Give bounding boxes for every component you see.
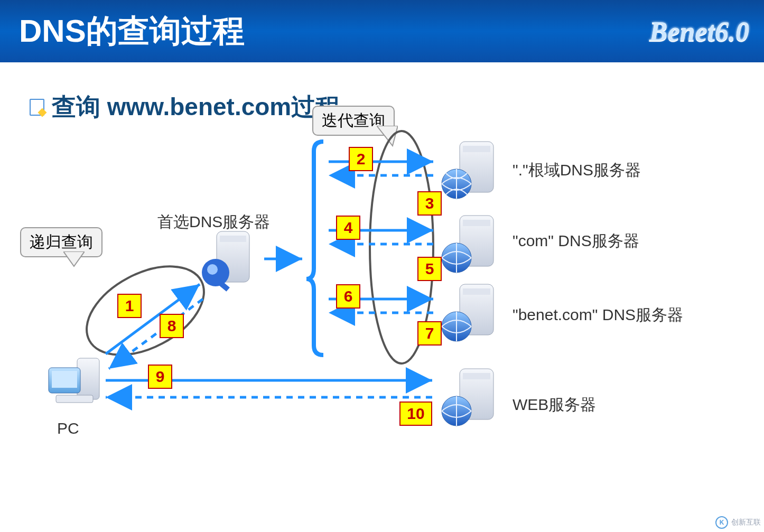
step-9: 9 <box>148 365 172 389</box>
brand-logo: Benet6.0 <box>649 16 749 47</box>
slide-body: 查询 www.benet.com过程 递归查询 迭代查询 <box>0 62 764 532</box>
step-4: 4 <box>336 216 360 240</box>
pc-label: PC <box>57 419 79 437</box>
benet-dns-label: "benet.com" DNS服务器 <box>513 304 683 326</box>
slide: DNS的查询过程 Benet6.0 查询 www.benet.com过程 递归查… <box>0 0 764 532</box>
recursive-ellipse-icon <box>72 248 219 373</box>
svg-rect-5 <box>56 395 93 403</box>
svg-rect-15 <box>463 220 490 226</box>
step-5: 5 <box>417 257 442 281</box>
svg-rect-12 <box>463 146 490 152</box>
svg-rect-18 <box>463 288 490 295</box>
root-dns-icon <box>442 142 493 199</box>
slide-title: DNS的查询过程 <box>19 10 245 53</box>
web-server-icon <box>442 369 493 426</box>
step-8: 8 <box>160 314 184 338</box>
com-dns-label: "com" DNS服务器 <box>513 230 639 252</box>
step-6: 6 <box>336 284 360 309</box>
benet-dns-icon <box>442 284 493 341</box>
svg-point-9 <box>207 264 218 275</box>
svg-rect-21 <box>463 373 490 379</box>
step-2: 2 <box>349 147 373 171</box>
step-7: 7 <box>417 321 442 346</box>
arrow-pair-2-3 <box>329 162 433 175</box>
com-dns-icon <box>442 216 493 273</box>
web-server-label: WEB服务器 <box>513 394 596 416</box>
svg-rect-4 <box>52 371 77 388</box>
local-dns-label: 首选DNS服务器 <box>157 211 270 233</box>
local-dns-icon <box>202 231 249 292</box>
bracket-icon <box>306 142 323 355</box>
watermark-logo-icon: K <box>715 516 728 529</box>
root-dns-label: "."根域DNS服务器 <box>513 160 641 181</box>
diagram-canvas <box>0 62 764 532</box>
step-3: 3 <box>417 191 442 216</box>
slide-header: DNS的查询过程 Benet6.0 <box>0 0 764 62</box>
watermark: K 创新互联 <box>715 516 761 529</box>
svg-rect-7 <box>220 236 246 242</box>
step-10: 10 <box>399 402 432 426</box>
watermark-text: 创新互联 <box>731 518 761 527</box>
step-1: 1 <box>117 294 142 318</box>
pc-icon <box>49 358 99 403</box>
